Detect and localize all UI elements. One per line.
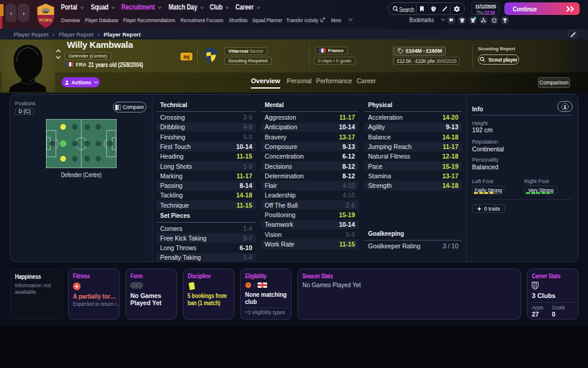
svg-text:ROMA: ROMA — [39, 18, 53, 22]
